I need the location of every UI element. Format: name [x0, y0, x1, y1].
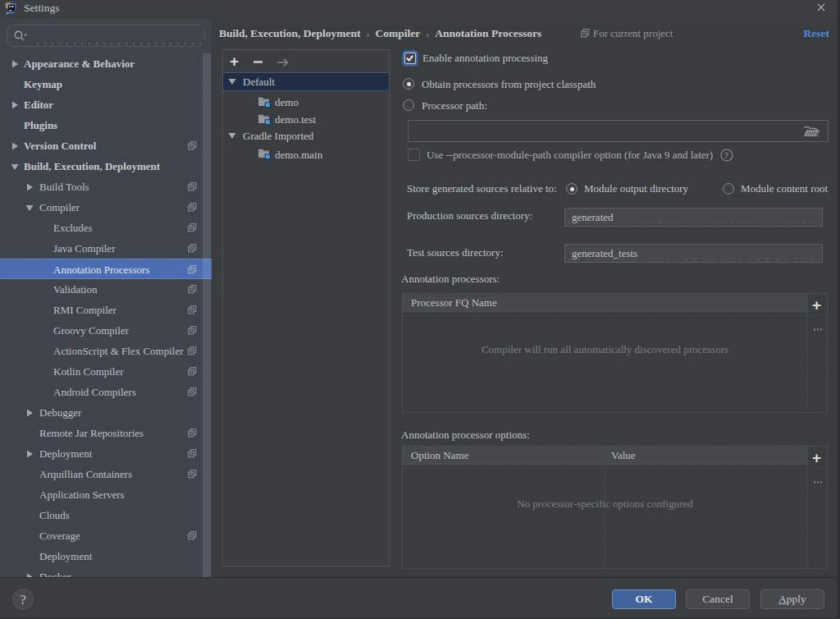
svg-text:?: ? — [724, 151, 728, 160]
